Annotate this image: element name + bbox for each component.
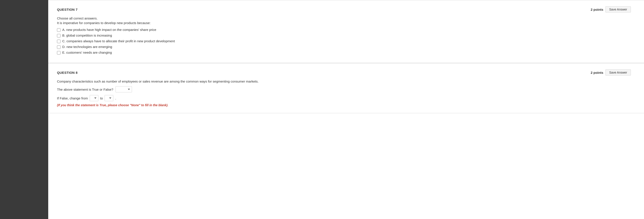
question-8-points: 2 points xyxy=(591,71,604,74)
checkbox-option-a[interactable] xyxy=(57,28,60,32)
change-to-dropdown-wrap xyxy=(104,95,113,101)
true-false-select[interactable]: True False xyxy=(116,86,132,92)
question-7-points: 2 points xyxy=(591,8,604,11)
option-b-label: B. global competition is increasing xyxy=(62,33,112,37)
if-false-row: If False, change from to . xyxy=(57,95,631,101)
list-item: E. customers' needs are changing xyxy=(57,51,631,54)
true-false-dropdown-wrap: True False xyxy=(116,86,132,92)
period: . xyxy=(115,96,116,100)
question-7-block: QUESTION 7 2 points Save Answer Choose a… xyxy=(48,0,644,63)
option-c-label: C. companies always have to allocate the… xyxy=(62,39,175,43)
question-8-meta: 2 points Save Answer xyxy=(591,69,631,76)
option-d-label: D. new technologies are emerging xyxy=(62,45,112,49)
question-7-meta: 2 points Save Answer xyxy=(591,6,631,12)
option-a-label: A. new products have high impact on the … xyxy=(62,28,156,31)
list-item: B. global competition is increasing xyxy=(57,33,631,37)
question-8-title: QUESTION 8 xyxy=(57,71,78,74)
to-text: to xyxy=(100,96,103,100)
list-item: D. new technologies are emerging xyxy=(57,45,631,49)
question-7-title: QUESTION 7 xyxy=(57,8,78,11)
true-false-row: The above statement is True or False? Tr… xyxy=(57,86,631,92)
question-7-header: QUESTION 7 2 points Save Answer xyxy=(57,6,631,12)
checkbox-option-c[interactable] xyxy=(57,40,60,43)
change-to-select[interactable] xyxy=(104,95,113,101)
true-false-label: The above statement is True or False? xyxy=(57,88,113,91)
checkbox-option-d[interactable] xyxy=(57,45,60,49)
question-8-header: QUESTION 8 2 points Save Answer xyxy=(57,69,631,76)
hint-text: (If you think the statement is True, ple… xyxy=(57,103,631,107)
question-8-block: QUESTION 8 2 points Save Answer Company … xyxy=(48,63,644,113)
list-item: C. companies always have to allocate the… xyxy=(57,39,631,43)
question-7-text: It is imperative for companies to develo… xyxy=(57,21,631,25)
question-8-statement: Company characteristics such as number o… xyxy=(57,79,631,83)
if-false-label: If False, change from xyxy=(57,96,88,100)
checkbox-option-b[interactable] xyxy=(57,34,60,37)
main-content: QUESTION 7 2 points Save Answer Choose a… xyxy=(48,0,644,219)
checkbox-option-e[interactable] xyxy=(57,51,60,54)
question-8-save-button[interactable]: Save Answer xyxy=(606,69,631,76)
change-from-select[interactable] xyxy=(90,95,98,101)
change-from-dropdown-wrap xyxy=(90,95,98,101)
option-e-label: E. customers' needs are changing xyxy=(62,51,112,54)
question-7-options: A. new products have high impact on the … xyxy=(57,28,631,54)
list-item: A. new products have high impact on the … xyxy=(57,28,631,32)
sidebar xyxy=(0,0,48,219)
question-7-save-button[interactable]: Save Answer xyxy=(606,6,631,12)
question-7-instruction: Choose all correct answers. xyxy=(57,16,631,20)
